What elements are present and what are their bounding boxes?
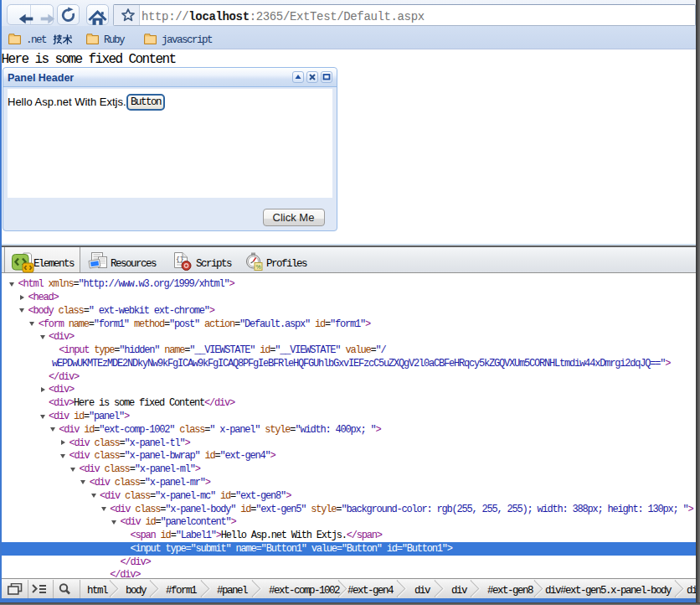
svg-text:%: %: [256, 264, 261, 270]
svg-text:{}: {}: [176, 255, 184, 262]
